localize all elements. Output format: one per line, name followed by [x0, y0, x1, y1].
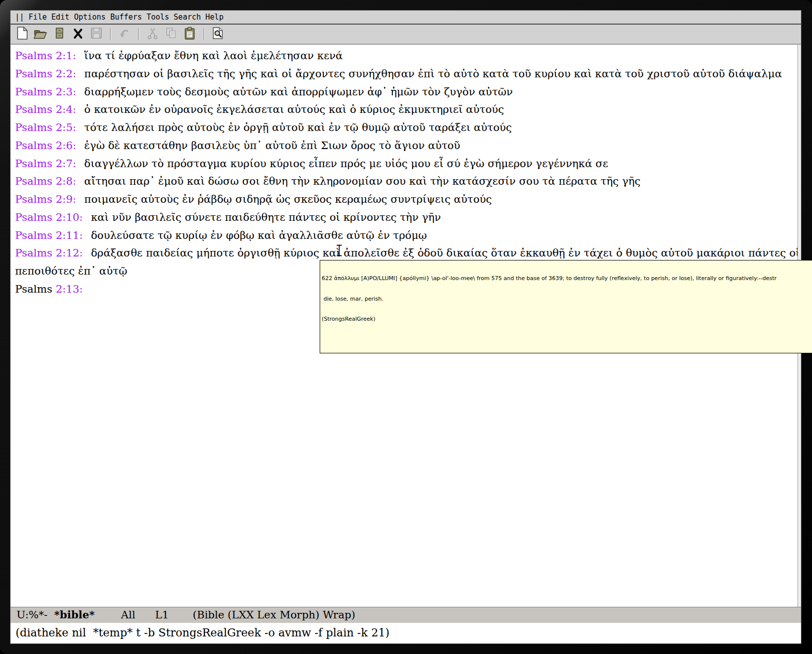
- modeline-flags: U:%*-: [17, 607, 48, 622]
- verse-text: ποιμανεῖς αὐτοὺς ἐν ῥάβδῳ σιδηρᾷ ὡς σκεῦ…: [84, 193, 492, 205]
- menu-item-edit[interactable]: Edit: [51, 11, 69, 24]
- buffer-line: Psalms 2:5:τότε λαλήσει πρὸς αὐτοὺς ἐν ὀ…: [15, 119, 797, 137]
- menu-item-tools[interactable]: Tools: [147, 11, 169, 24]
- verse-ref[interactable]: Psalms 2:10:: [15, 211, 83, 223]
- tooltip-definition-line: 622 ἀπόλλυμι [A)PO/LLUMI] {apóllymi} \ap…: [322, 275, 812, 282]
- verse-ref[interactable]: 2:13:: [56, 283, 83, 295]
- verse-ref[interactable]: Psalms 2:3:: [15, 86, 76, 98]
- verse-text: διαγγέλλων τὸ πρόσταγμα κυρίου κύριος εἶ…: [84, 158, 608, 170]
- copy-icon: [164, 26, 178, 42]
- menu-item-buffers[interactable]: Buffers: [110, 11, 142, 24]
- search-icon: [211, 26, 225, 42]
- verse-ref[interactable]: Psalms 2:12:: [15, 247, 83, 259]
- mode-line: U:%*- *bible* All L1 (Bible (LXX Lex Mor…: [11, 607, 801, 623]
- verse-text: πεποιθότες ἐπ᾽ αὐτῷ: [15, 265, 127, 277]
- buffer-line: Psalms 2:8:αἴτησαι παρ᾽ ἐμοῦ καὶ δώσω σο…: [15, 173, 797, 191]
- tooltip-definition-line: die, lose, mar, perish.: [322, 296, 812, 303]
- buffer-line: Psalms 2:4:ὁ κατοικῶν ἐν οὐρανοῖς ἐκγελά…: [15, 101, 797, 119]
- verse-text: δουλεύσατε τῷ κυρίῳ ἐν φόβῳ καὶ ἀγαλλιᾶσ…: [91, 229, 427, 241]
- verse-text: δράξασθε παιδείας μήποτε ὀργισθῇ κύριος …: [91, 247, 797, 259]
- verse-text: ἵνα τί ἐφρύαξαν ἔθνη καὶ λαοὶ ἐμελέτησαν…: [84, 50, 343, 62]
- verse-ref[interactable]: Psalms 2:4:: [15, 103, 76, 115]
- close-buffer-button[interactable]: [70, 27, 85, 42]
- toolbar-separator: [110, 28, 111, 40]
- toolbar-separator: [138, 28, 139, 40]
- tool-bar: [11, 25, 801, 45]
- open-folder-button[interactable]: [33, 27, 48, 42]
- modeline-position: All: [121, 607, 136, 622]
- buffer-line: Psalms 2:2:παρέστησαν οἱ βασιλεῖς τῆς γῆ…: [15, 65, 797, 83]
- toolbar-separator: [203, 28, 204, 40]
- search-button[interactable]: [210, 27, 225, 42]
- save-button: [89, 27, 104, 42]
- i-beam-pointer: [335, 244, 343, 259]
- verse-text: διαρρήξωμεν τοὺς δεσμοὺς αὐτῶν καὶ ἀπορρ…: [84, 86, 513, 98]
- verse-text: τότε λαλήσει πρὸς αὐτοὺς ἐν ὀργῇ αὐτοῦ κ…: [84, 121, 512, 134]
- modeline-major-modes[interactable]: (Bible (LXX Lex Morph) Wrap): [193, 607, 355, 622]
- buffer-line: Psalms 2:11:δουλεύσατε τῷ κυρίῳ ἐν φόβῳ …: [15, 227, 797, 245]
- new-file-icon: [15, 26, 29, 42]
- dired-icon: [53, 26, 65, 42]
- verse-ref[interactable]: Psalms 2:8:: [15, 175, 76, 187]
- menu-item-help[interactable]: Help: [205, 11, 223, 24]
- cut-icon: [146, 26, 160, 42]
- tooltip-source: (StrongsRealGreek): [322, 316, 812, 323]
- menu-item-options[interactable]: Options: [74, 11, 105, 24]
- tooltip-spacer: [322, 336, 812, 342]
- verse-ref[interactable]: Psalms 2:9:: [15, 193, 76, 205]
- undo-icon: [117, 26, 131, 42]
- buffer-line: Psalms 2:1:ἵνα τί ἐφρύαξαν ἔθνη καὶ λαοὶ…: [15, 47, 797, 65]
- menu-prefix: ||: [15, 11, 24, 24]
- echo-area[interactable]: (diatheke nil *temp* t -b StrongsRealGre…: [11, 623, 801, 643]
- verse-ref[interactable]: Psalms 2:2:: [15, 68, 76, 80]
- verse-text: καὶ νῦν βασιλεῖς σύνετε παιδεύθητε πάντε…: [91, 211, 441, 223]
- buffer-line: Psalms 2:9:ποιμανεῖς αὐτοὺς ἐν ῥάβδῳ σιδ…: [15, 191, 797, 209]
- open-folder-icon: [33, 26, 48, 42]
- verse-ref[interactable]: Psalms 2:7:: [15, 158, 76, 170]
- verse-text: αἴτησαι παρ᾽ ἐμοῦ καὶ δώσω σοι ἔθνη τὴν …: [84, 175, 640, 187]
- copy-button: [164, 27, 179, 42]
- verse-text: ὁ κατοικῶν ἐν οὐρανοῖς ἐκγελάσεται αὐτού…: [84, 103, 504, 115]
- modeline-buffer-name[interactable]: *bible*: [54, 607, 95, 622]
- verse-ref[interactable]: Psalms 2:5:: [15, 121, 76, 134]
- verse-text: παρέστησαν οἱ βασιλεῖς τῆς γῆς καὶ οἱ ἄρ…: [84, 68, 782, 80]
- verse-ref[interactable]: Psalms 2:11:: [15, 229, 83, 241]
- modeline-line-number: L1: [155, 607, 169, 622]
- strongs-tooltip: 622 ἀπόλλυμι [A)PO/LLUMI] {apóllymi} \ap…: [320, 260, 812, 353]
- buffer-line: Psalms 2:6:ἐγὼ δὲ κατεστάθην βασιλεὺς ὑπ…: [15, 137, 797, 155]
- buffer-line: Psalms 2:3:διαρρήξωμεν τοὺς δεσμοὺς αὐτῶ…: [15, 83, 797, 101]
- buffer-line: Psalms 2:7:διαγγέλλων τὸ πρόσταγμα κυρίο…: [15, 155, 797, 173]
- cut-button: [145, 27, 160, 42]
- hovered-word[interactable]: ἀπολεῖσθε: [344, 247, 399, 259]
- menu-item-file[interactable]: File: [29, 11, 47, 24]
- new-file-button[interactable]: [15, 27, 30, 42]
- paste-button[interactable]: [182, 27, 197, 42]
- close-buffer-icon: [71, 26, 84, 42]
- screen: || File Edit Options Buffers Tools Searc…: [0, 0, 812, 654]
- verse-ref[interactable]: Psalms 2:1:: [15, 50, 76, 62]
- buffer-line: Psalms 2:10:καὶ νῦν βασιλεῖς σύνετε παιδ…: [15, 209, 797, 227]
- menu-bar: || File Edit Options Buffers Tools Searc…: [11, 11, 801, 25]
- save-icon: [89, 26, 103, 42]
- verse-text: ἐγὼ δὲ κατεστάθην βασιλεὺς ὑπ᾽ αὐτοῦ ἐπὶ…: [84, 140, 460, 152]
- undo-button: [117, 27, 132, 42]
- dired-button[interactable]: [52, 27, 67, 42]
- paste-icon: [183, 26, 197, 42]
- menu-item-search[interactable]: Search: [174, 11, 201, 24]
- verse-ref[interactable]: Psalms 2:6:: [15, 140, 76, 152]
- verse-book-label: Psalms: [15, 283, 56, 295]
